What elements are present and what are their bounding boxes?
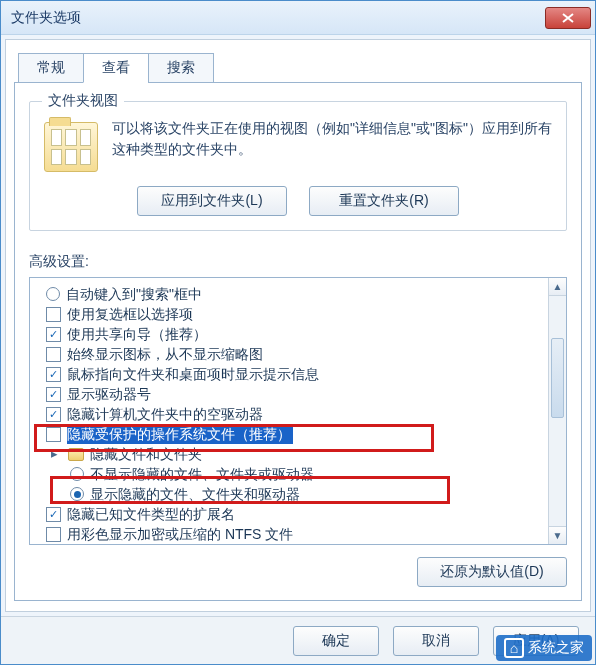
setting-label[interactable]: 始终显示图标，从不显示缩略图 <box>67 344 263 364</box>
apply-to-folders-button[interactable]: 应用到文件夹(L) <box>137 186 287 216</box>
setting-label[interactable]: 使用复选框以选择项 <box>67 304 193 324</box>
checkbox[interactable] <box>46 407 61 422</box>
setting-label[interactable]: 使用共享向导（推荐） <box>67 324 207 344</box>
setting-item-1: 使用复选框以选择项 <box>38 304 544 324</box>
folder-icon <box>44 122 98 172</box>
scroll-thumb[interactable] <box>551 338 564 418</box>
setting-item-2: 使用共享向导（推荐） <box>38 324 544 344</box>
folder-views-legend: 文件夹视图 <box>42 92 124 110</box>
folder-views-desc: 可以将该文件夹正在使用的视图（例如"详细信息"或"图标"）应用到所有这种类型的文… <box>112 118 552 172</box>
setting-item-4: 鼠标指向文件夹和桌面项时显示提示信息 <box>38 364 544 384</box>
tab-strip: 常规 查看 搜索 <box>18 52 582 82</box>
tab-search[interactable]: 搜索 <box>148 53 214 83</box>
ok-button[interactable]: 确定 <box>293 626 379 656</box>
close-button[interactable] <box>545 7 591 29</box>
checkbox[interactable] <box>46 507 61 522</box>
close-icon <box>562 13 574 23</box>
restore-defaults-row: 还原为默认值(D) <box>29 557 567 587</box>
setting-item-10: 显示隐藏的文件、文件夹和驱动器 <box>38 484 544 504</box>
setting-item-0: 自动键入到"搜索"框中 <box>38 284 544 304</box>
checkbox[interactable] <box>46 367 61 382</box>
advanced-settings-list: 自动键入到"搜索"框中使用复选框以选择项使用共享向导（推荐）始终显示图标，从不显… <box>29 277 567 545</box>
checkbox[interactable] <box>46 527 61 542</box>
folder-views-group: 文件夹视图 可以将该文件夹正在使用的视图（例如"详细信息"或"图标"）应用到所有… <box>29 101 567 231</box>
scrollbar[interactable]: ▲ ▼ <box>548 278 566 544</box>
tab-panel-view: 文件夹视图 可以将该文件夹正在使用的视图（例如"详细信息"或"图标"）应用到所有… <box>14 82 582 601</box>
titlebar: 文件夹选项 <box>1 1 595 35</box>
watermark: ⌂ 系统之家 <box>496 635 592 661</box>
setting-label[interactable]: 自动键入到"搜索"框中 <box>66 284 202 304</box>
setting-item-11: 隐藏已知文件类型的扩展名 <box>38 504 544 524</box>
advanced-settings-label: 高级设置: <box>29 253 567 271</box>
setting-label[interactable]: 隐藏文件和文件夹 <box>90 444 202 464</box>
setting-label[interactable]: 用彩色显示加密或压缩的 NTFS 文件 <box>67 524 293 544</box>
content-area: 常规 查看 搜索 文件夹视图 可以将该文件夹正在使用的视图（例如"详细信息"或"… <box>5 39 591 612</box>
setting-item-6: 隐藏计算机文件夹中的空驱动器 <box>38 404 544 424</box>
folder-views-row: 可以将该文件夹正在使用的视图（例如"详细信息"或"图标"）应用到所有这种类型的文… <box>44 118 552 172</box>
folder-icon <box>68 448 84 461</box>
setting-label[interactable]: 显示隐藏的文件、文件夹和驱动器 <box>90 484 300 504</box>
setting-label[interactable]: 显示驱动器号 <box>67 384 151 404</box>
checkbox[interactable] <box>46 347 61 362</box>
setting-label[interactable]: 鼠标指向文件夹和桌面项时显示提示信息 <box>67 364 319 384</box>
scroll-up-icon[interactable]: ▲ <box>549 278 566 296</box>
scroll-down-icon[interactable]: ▼ <box>549 526 566 544</box>
watermark-logo-icon: ⌂ <box>504 638 524 658</box>
cancel-button[interactable]: 取消 <box>393 626 479 656</box>
checkbox[interactable] <box>46 327 61 342</box>
expand-icon[interactable]: ▸ <box>46 446 62 462</box>
advanced-settings-inner: 自动键入到"搜索"框中使用复选框以选择项使用共享向导（推荐）始终显示图标，从不显… <box>30 278 548 544</box>
window-title: 文件夹选项 <box>11 9 81 27</box>
folder-options-window: 文件夹选项 常规 查看 搜索 文件夹视图 可以将该文件夹正在使用的视图（例如"详… <box>0 0 596 665</box>
setting-item-5: 显示驱动器号 <box>38 384 544 404</box>
setting-item-3: 始终显示图标，从不显示缩略图 <box>38 344 544 364</box>
setting-item-12: 用彩色显示加密或压缩的 NTFS 文件 <box>38 524 544 544</box>
reset-folders-button[interactable]: 重置文件夹(R) <box>309 186 459 216</box>
setting-label[interactable]: 隐藏受保护的操作系统文件（推荐） <box>67 424 293 444</box>
tab-general[interactable]: 常规 <box>18 53 84 83</box>
setting-item-7: 隐藏受保护的操作系统文件（推荐） <box>38 424 544 444</box>
setting-label[interactable]: 不显示隐藏的文件、文件夹或驱动器 <box>90 464 314 484</box>
setting-label[interactable]: 隐藏计算机文件夹中的空驱动器 <box>67 404 263 424</box>
setting-item-8: ▸隐藏文件和文件夹 <box>38 444 544 464</box>
folder-views-buttons: 应用到文件夹(L) 重置文件夹(R) <box>44 186 552 216</box>
setting-item-9: 不显示隐藏的文件、文件夹或驱动器 <box>38 464 544 484</box>
checkbox[interactable] <box>46 387 61 402</box>
checkbox[interactable] <box>46 427 61 442</box>
checkbox[interactable] <box>46 307 61 322</box>
radio[interactable] <box>70 467 84 481</box>
restore-defaults-button[interactable]: 还原为默认值(D) <box>417 557 567 587</box>
radio[interactable] <box>46 287 60 301</box>
setting-label[interactable]: 隐藏已知文件类型的扩展名 <box>67 504 235 524</box>
tab-view[interactable]: 查看 <box>83 53 149 83</box>
radio[interactable] <box>70 487 84 501</box>
watermark-text: 系统之家 <box>528 639 584 657</box>
